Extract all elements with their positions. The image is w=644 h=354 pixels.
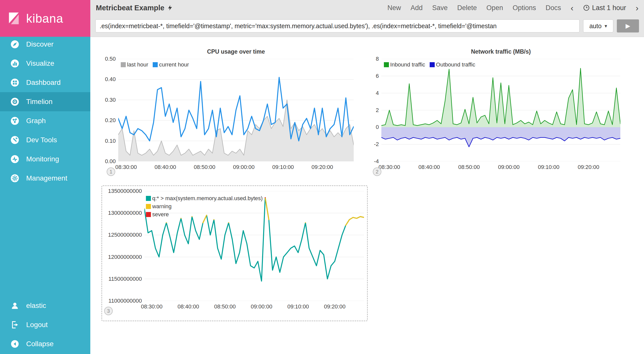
chart-number-badge[interactable]: 1 bbox=[107, 167, 115, 176]
sidebar-item-dashboard[interactable]: Dashboard bbox=[0, 73, 90, 92]
legend-label: Inbound traffic bbox=[390, 61, 425, 68]
sidebar-item-discover[interactable]: Discover bbox=[0, 35, 90, 54]
legend-item: last hour bbox=[121, 61, 148, 68]
sidebar-item-graph[interactable]: Graph bbox=[0, 111, 90, 130]
chevron-left-icon[interactable]: ‹ bbox=[571, 4, 573, 12]
sidebar-item-label: Visualize bbox=[26, 59, 54, 67]
sidebar-item-visualize[interactable]: Visualize bbox=[0, 54, 90, 73]
legend-swatch bbox=[146, 204, 151, 209]
y-tick-label: 0.40 bbox=[105, 76, 116, 83]
lightning-icon bbox=[167, 5, 173, 11]
header-menu: New Add Save Delete Open Options Docs ‹ … bbox=[387, 4, 638, 12]
x-tick-label: 08:50:00 bbox=[194, 164, 215, 170]
y-tick-label: 4 bbox=[376, 90, 379, 96]
chart-memory-used-selected[interactable]: 1350000000013000000000125000000001200000… bbox=[101, 185, 368, 321]
y-tick-label: 0.30 bbox=[105, 97, 116, 103]
x-tick-label: 09:20:00 bbox=[311, 164, 333, 170]
interval-value: auto bbox=[589, 22, 602, 30]
pulse-icon bbox=[10, 154, 20, 164]
y-tick-label: 0.00 bbox=[105, 158, 116, 165]
legend-swatch bbox=[384, 62, 389, 67]
collapse-circle-icon bbox=[10, 339, 20, 349]
y-axis-labels: 1350000000013000000000125000000001200000… bbox=[105, 191, 144, 301]
run-query-button[interactable]: ▶ bbox=[617, 19, 639, 32]
x-tick-label: 08:40:00 bbox=[154, 164, 176, 170]
caret-down-icon: ▾ bbox=[605, 23, 607, 29]
time-picker-label: Last 1 hour bbox=[592, 4, 626, 12]
chart-legend: last hourcurrent hour bbox=[121, 61, 189, 68]
x-axis-labels: 08:30:0008:40:0008:50:0009:00:0009:10:00… bbox=[381, 161, 620, 173]
x-tick-label: 09:00:00 bbox=[498, 164, 520, 170]
y-tick-label: 12500000000 bbox=[108, 232, 142, 238]
y-tick-label: -4 bbox=[374, 158, 379, 165]
y-tick-label: 12000000000 bbox=[108, 254, 142, 260]
kibana-logo-icon bbox=[6, 11, 22, 26]
clock-icon bbox=[583, 5, 590, 11]
legend-item: severe bbox=[146, 211, 263, 218]
x-tick-label: 08:30:00 bbox=[141, 303, 163, 310]
x-tick-label: 09:00:00 bbox=[251, 303, 272, 310]
sidebar-item-management[interactable]: Management bbox=[0, 169, 90, 188]
chart-cpu-usage[interactable]: CPU usage over time 0.500.400.300.200.10… bbox=[100, 44, 354, 178]
chart-network-traffic[interactable]: Network traffic (MB/s) 86420-2-4 Inbound… bbox=[365, 44, 620, 178]
y-tick-label: 8 bbox=[376, 56, 379, 62]
bar-chart-icon bbox=[10, 59, 20, 68]
play-icon: ▶ bbox=[626, 22, 630, 29]
chart-title: Network traffic (MB/s) bbox=[381, 44, 620, 59]
x-tick-label: 09:00:00 bbox=[233, 164, 255, 170]
chart-number-badge[interactable]: 3 bbox=[104, 307, 113, 315]
menu-options[interactable]: Options bbox=[513, 4, 536, 12]
x-tick-label: 08:40:00 bbox=[418, 164, 440, 170]
menu-save[interactable]: Save bbox=[432, 4, 448, 12]
chart-legend: Inbound trafficOutbound traffic bbox=[384, 61, 475, 68]
sidebar-item-label: Collapse bbox=[26, 340, 54, 348]
x-tick-label: 08:30:00 bbox=[379, 164, 400, 170]
x-tick-label: 08:30:00 bbox=[115, 164, 137, 170]
y-tick-label: 0.20 bbox=[105, 117, 116, 124]
sidebar-nav: Discover Visualize Dashboard Timelion Gr… bbox=[0, 35, 90, 188]
sidebar-item-dev-tools[interactable]: Dev Tools bbox=[0, 130, 90, 150]
menu-delete[interactable]: Delete bbox=[457, 4, 477, 12]
sidebar-item-monitoring[interactable]: Monitoring bbox=[0, 150, 90, 169]
sidebar-item-collapse[interactable]: Collapse bbox=[0, 334, 90, 353]
menu-new[interactable]: New bbox=[387, 4, 401, 12]
user-icon bbox=[10, 301, 20, 310]
x-axis-labels: 08:30:0008:40:0008:50:0009:00:0009:10:00… bbox=[118, 161, 354, 173]
legend-label: current hour bbox=[159, 61, 189, 68]
time-picker[interactable]: Last 1 hour bbox=[583, 4, 626, 12]
chevron-right-icon[interactable]: › bbox=[636, 4, 638, 12]
legend-swatch bbox=[153, 62, 158, 67]
sidebar-item-label: Logout bbox=[26, 321, 48, 329]
sidebar-item-user-elastic[interactable]: elastic bbox=[0, 296, 90, 315]
y-axis-labels: 0.500.400.300.200.100.00 bbox=[100, 59, 118, 161]
chart-canvas bbox=[118, 59, 354, 161]
sidebar-item-label: Dev Tools bbox=[26, 136, 57, 144]
legend-swatch bbox=[430, 62, 435, 67]
y-tick-label: 13000000000 bbox=[108, 210, 142, 216]
y-axis-labels: 86420-2-4 bbox=[365, 59, 381, 161]
legend-item: q:* > max(system.memory.actual.used.byte… bbox=[146, 195, 263, 202]
chart-number-badge[interactable]: 2 bbox=[373, 167, 381, 176]
y-tick-label: 0.10 bbox=[105, 138, 116, 144]
page-title: Metricbeat Example bbox=[96, 4, 164, 12]
dashboard-icon bbox=[10, 78, 20, 87]
chart-legend: q:* > max(system.memory.actual.used.byte… bbox=[146, 195, 263, 218]
graph-icon bbox=[10, 116, 20, 126]
x-tick-label: 09:10:00 bbox=[538, 164, 559, 170]
query-row: auto ▾ ▶ bbox=[90, 19, 644, 32]
y-tick-label: 13500000000 bbox=[108, 188, 142, 194]
menu-docs[interactable]: Docs bbox=[546, 4, 561, 12]
sidebar-item-timelion[interactable]: Timelion bbox=[0, 92, 90, 111]
y-tick-label: 0 bbox=[376, 124, 379, 130]
x-axis-labels: 08:30:0008:40:0008:50:0009:00:0009:10:00… bbox=[144, 301, 364, 312]
timelion-query-input[interactable] bbox=[95, 19, 580, 32]
interval-select[interactable]: auto ▾ bbox=[583, 19, 613, 32]
sidebar-item-logout[interactable]: Logout bbox=[0, 315, 90, 334]
menu-open[interactable]: Open bbox=[487, 4, 503, 12]
menu-add[interactable]: Add bbox=[411, 4, 423, 12]
kibana-logo[interactable]: kibana bbox=[0, 0, 90, 37]
x-tick-label: 08:50:00 bbox=[214, 303, 236, 310]
sidebar-item-label: Monitoring bbox=[26, 155, 59, 163]
wrench-icon bbox=[10, 135, 20, 145]
legend-item: warning bbox=[146, 203, 263, 210]
